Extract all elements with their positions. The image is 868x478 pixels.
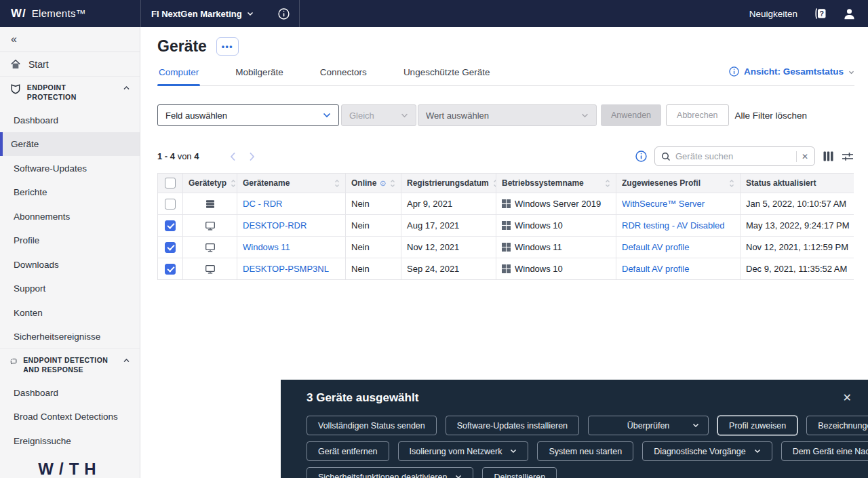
action-button-berpr-fen[interactable]: Überprüfen (588, 416, 709, 435)
clear-all-filters-link[interactable]: Alle Filter löschen (735, 111, 808, 121)
action-button-dem-ger-t-eine-nachricht-senden[interactable]: Dem Gerät eine Nachricht senden (781, 441, 868, 461)
column-header-ger-tename[interactable]: Gerätename (237, 174, 345, 193)
profile-cell[interactable]: WithSecure™ Server (616, 193, 740, 214)
filter-value-select[interactable]: Wert auswählen (418, 104, 597, 126)
row-checkbox[interactable] (165, 242, 176, 253)
sidebar-item-profile[interactable]: Profile (0, 228, 140, 253)
action-button-software-updates-installieren[interactable]: Software-Updates installieren (446, 416, 579, 435)
chevron-down-icon (754, 449, 761, 454)
org-info-icon[interactable] (278, 8, 290, 20)
action-button-sicherheitsfunktionen-deaktivieren[interactable]: Sicherheitsfunktionen deaktivieren (307, 467, 473, 478)
row-checkbox-cell[interactable] (158, 193, 182, 214)
tab-computer[interactable]: Computer (157, 62, 200, 85)
column-header-registrierungsdatum[interactable]: Registrierungsdatum (401, 174, 496, 193)
column-header-zugewiesenes-profil[interactable]: Zugewiesenes Profil (616, 174, 740, 193)
device-name-cell[interactable]: DESKTOP-PSMP3NL (237, 258, 345, 279)
tab-connectors[interactable]: Connectors (319, 62, 368, 85)
profile-cell[interactable]: Default AV profile (616, 258, 740, 279)
ellipsis-icon: ••• (222, 42, 233, 52)
sidebar-item-konten[interactable]: Konten (0, 300, 140, 325)
org-selector[interactable]: FI NextGen Marketing (151, 9, 254, 19)
assigned-profile-link[interactable]: RDR testing - AV Disabled (622, 220, 725, 231)
column-header-ger-tetyp[interactable]: Gerätetyp (182, 174, 237, 193)
search-icon (661, 152, 671, 161)
action-button-isolierung-vom-netzwerk[interactable]: Isolierung vom Netzwerk (398, 441, 529, 461)
row-checkbox[interactable] (165, 220, 176, 231)
row-checkbox[interactable] (165, 264, 176, 275)
row-checkbox-cell[interactable] (158, 215, 182, 236)
sort-carets-icon[interactable] (231, 179, 236, 188)
sidebar-item-dashboard[interactable]: Dashboard (0, 108, 140, 132)
sidebar-item-sicherheitsereignisse[interactable]: Sicherheitsereignisse (0, 325, 140, 349)
assigned-profile-link[interactable]: WithSecure™ Server (622, 199, 705, 209)
sidebar-item-broad-context-detections[interactable]: Broad Context Detections (0, 405, 140, 429)
device-row-desktop-rdr[interactable]: DESKTOP-RDRNeinAug 17, 2021Windows 10RDR… (158, 214, 854, 236)
row-checkbox[interactable] (165, 199, 176, 210)
news-link[interactable]: Neuigkeiten (749, 9, 797, 19)
sort-carets-icon[interactable] (729, 179, 734, 188)
action-button-vollst-ndigen-status-senden[interactable]: Vollständigen Status senden (307, 416, 437, 435)
sidebar-collapse-button[interactable]: « (0, 27, 140, 52)
search-input[interactable] (675, 151, 791, 161)
sidebar-item-software-updates[interactable]: Software-Updates (0, 156, 140, 180)
clear-search-icon[interactable]: ✕ (802, 153, 808, 161)
device-name-cell[interactable]: DC - RDR (237, 193, 345, 214)
select-all-checkbox[interactable] (165, 178, 176, 188)
device-row-dc-rdr[interactable]: DC - RDRNeinApr 9, 2021Windows Server 20… (158, 193, 854, 214)
filter-field-select[interactable]: Feld auswählen (157, 104, 339, 126)
device-row-desktop-psmp3nl[interactable]: DESKTOP-PSMP3NLNeinSep 24, 2021Windows 1… (158, 258, 854, 279)
columns-icon[interactable] (823, 151, 834, 162)
sidebar-item-berichte[interactable]: Berichte (0, 180, 140, 205)
sidebar-item-abonnements[interactable]: Abonnements (0, 204, 140, 228)
info-icon[interactable] (380, 178, 386, 188)
help-guide-icon[interactable]: ? (813, 7, 827, 20)
chevron-down-icon (692, 423, 699, 428)
sidebar-item-ger-te[interactable]: Geräte (0, 132, 140, 157)
sort-carets-icon[interactable] (334, 179, 340, 188)
device-name-link[interactable]: DESKTOP-RDR (243, 220, 307, 231)
cancel-filter-button[interactable]: Abbrechen (666, 104, 728, 126)
device-name-cell[interactable]: Windows 11 (237, 237, 345, 258)
apply-filter-button[interactable]: Anwenden (601, 104, 661, 126)
device-name-link[interactable]: DC - RDR (243, 199, 283, 209)
sidebar-item-support[interactable]: Support (0, 277, 140, 301)
section-endpoint-detection-response[interactable]: ENDPOINT DETECTION AND RESPONSE (0, 348, 140, 380)
table-settings-sliders-icon[interactable] (842, 151, 854, 162)
tab-ungesch-tzte-ger-te[interactable]: Ungeschützte Geräte (402, 62, 492, 85)
sort-carets-icon[interactable] (390, 179, 395, 188)
view-selector[interactable]: Ansicht: Gesamtstatus (729, 66, 854, 85)
action-button-ger-t-entfernen[interactable]: Gerät entfernen (307, 441, 389, 461)
sidebar-item-downloads[interactable]: Downloads (0, 252, 140, 277)
section-endpoint-protection[interactable]: ENDPOINT PROTECTION (0, 77, 140, 108)
assigned-profile-link[interactable]: Default AV profile (622, 264, 689, 274)
column-header-online[interactable]: Online (345, 174, 401, 193)
pagination-prev-button[interactable] (230, 152, 236, 161)
action-button-profil-zuweisen[interactable]: Profil zuweisen (717, 416, 797, 435)
user-account-icon[interactable] (843, 7, 856, 20)
table-info-icon[interactable] (635, 151, 647, 162)
row-checkbox-cell[interactable] (158, 237, 182, 258)
device-name-link[interactable]: Windows 11 (243, 242, 290, 252)
column-header-betriebssystemname[interactable]: Betriebssystemname (496, 174, 616, 193)
profile-cell[interactable]: RDR testing - AV Disabled (616, 215, 740, 236)
action-button-system-neu-starten[interactable]: System neu starten (537, 441, 633, 461)
action-button-deinstallieren[interactable]: Deinstallieren (482, 467, 557, 478)
sidebar-item-ereignissuche[interactable]: Ereignissuche (0, 429, 140, 454)
device-name-link[interactable]: DESKTOP-PSMP3NL (243, 264, 329, 274)
row-checkbox-cell[interactable] (158, 258, 182, 279)
sidebar-item-start[interactable]: Start (0, 52, 140, 77)
device-name-cell[interactable]: DESKTOP-RDR (237, 215, 345, 236)
profile-cell[interactable]: Default AV profile (616, 237, 740, 258)
pagination-next-button[interactable] (249, 152, 255, 161)
filter-operator-select[interactable]: Gleich (341, 104, 416, 126)
action-button-bezeichnungen-verwalten[interactable]: Bezeichnungen verwalten (806, 416, 868, 435)
tab-mobilger-te[interactable]: Mobilgeräte (234, 62, 285, 85)
sidebar-item-dashboard[interactable]: Dashboard (0, 381, 140, 405)
more-actions-button[interactable]: ••• (216, 37, 239, 56)
action-button-diagnostische-vorg-nge[interactable]: Diagnostische Vorgänge (642, 441, 772, 461)
device-row-windows-11[interactable]: Windows 11NeinNov 12, 2021Windows 11Defa… (158, 236, 854, 258)
close-icon[interactable]: ✕ (843, 393, 852, 403)
sort-carets-icon[interactable] (605, 179, 610, 188)
select-all-checkbox-cell[interactable] (158, 174, 182, 193)
assigned-profile-link[interactable]: Default AV profile (622, 242, 689, 252)
